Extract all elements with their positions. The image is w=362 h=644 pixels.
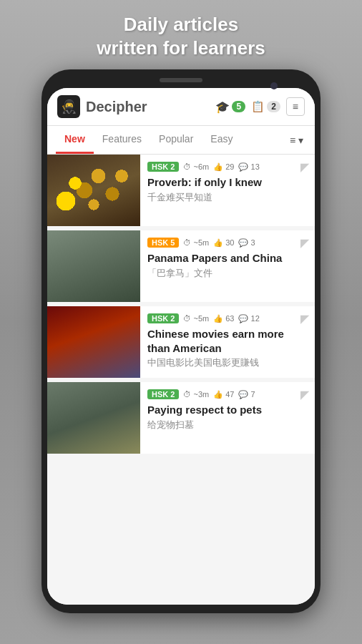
- time-badge-3: ⏱ ~5m: [183, 314, 209, 323]
- phone-frame: 🥷 Decipher 🎓 5 📋 2 ≡ New Features Popula…: [41, 69, 321, 613]
- article-title-3: Chinese movies earn more than American: [147, 327, 306, 355]
- book-badge[interactable]: 📋 2: [251, 100, 280, 113]
- bookmark-icon-2[interactable]: ◤: [300, 236, 309, 250]
- article-thumb-4: [47, 382, 140, 454]
- tab-new[interactable]: New: [56, 126, 94, 154]
- bookmark-icon-3[interactable]: ◤: [300, 312, 309, 326]
- header-badges: 🎓 5 📋 2 ≡: [215, 97, 305, 116]
- article-card-2[interactable]: ◤ HSK 5 ⏱ ~5m 👍 30 💬 3 Panama Papers and…: [47, 230, 315, 302]
- sort-button[interactable]: ≡ ▾: [287, 129, 306, 152]
- article-card-4[interactable]: ◤ HSK 2 ⏱ ~3m 👍 47 💬 7 Paying respect to…: [47, 382, 315, 454]
- app-logo-text: Decipher: [86, 99, 210, 115]
- article-subtitle-1: 千金难买早知道: [147, 192, 306, 204]
- articles-list: ◤ HSK 2 ⏱ ~6m 👍 29 💬 13 Proverb: if only…: [47, 155, 315, 605]
- article-meta-4: HSK 2 ⏱ ~3m 👍 47 💬 7: [147, 389, 306, 399]
- tab-easy[interactable]: Easy: [202, 126, 241, 154]
- hsk-badge-4: HSK 2: [147, 389, 179, 399]
- hsk-badge-3: HSK 2: [147, 313, 179, 323]
- grad-badge[interactable]: 🎓 5: [215, 100, 245, 114]
- article-content-4: ◤ HSK 2 ⏱ ~3m 👍 47 💬 7 Paying respect to…: [140, 382, 315, 454]
- bookmark-icon-4[interactable]: ◤: [300, 388, 309, 401]
- tab-features[interactable]: Features: [94, 126, 150, 154]
- article-content-3: ◤ HSK 2 ⏱ ~5m 👍 63 💬 12 Chinese movies e…: [140, 306, 315, 378]
- article-title-1: Proverb: if only I knew: [147, 175, 306, 190]
- time-badge-2: ⏱ ~5m: [183, 238, 209, 247]
- comment-badge-3: 💬 12: [238, 314, 259, 323]
- hsk-badge-1: HSK 2: [147, 162, 179, 172]
- like-badge-3: 👍 63: [213, 314, 234, 323]
- app-header: 🥷 Decipher 🎓 5 📋 2 ≡: [47, 88, 315, 126]
- book-count: 2: [267, 101, 280, 112]
- article-card-1[interactable]: ◤ HSK 2 ⏱ ~6m 👍 29 💬 13 Proverb: if only…: [47, 155, 315, 226]
- article-title-2: Panama Papers and China: [147, 251, 306, 265]
- comment-badge-2: 💬 3: [238, 238, 255, 248]
- book-icon: 📋: [251, 100, 265, 113]
- comment-badge-4: 💬 7: [238, 390, 255, 399]
- article-meta-3: HSK 2 ⏱ ~5m 👍 63 💬 12: [147, 313, 306, 323]
- article-thumb-1: [47, 155, 140, 226]
- article-thumb-2: [47, 230, 140, 302]
- article-meta-2: HSK 5 ⏱ ~5m 👍 30 💬 3: [147, 238, 306, 248]
- like-badge-4: 👍 47: [213, 390, 234, 399]
- grad-count: 5: [232, 101, 245, 112]
- phone-speaker: [160, 78, 202, 82]
- menu-button[interactable]: ≡: [286, 97, 305, 116]
- article-thumb-3: [47, 306, 140, 378]
- phone-camera: [270, 82, 278, 89]
- article-content-1: ◤ HSK 2 ⏱ ~6m 👍 29 💬 13 Proverb: if only…: [140, 155, 315, 226]
- article-card-3[interactable]: ◤ HSK 2 ⏱ ~5m 👍 63 💬 12 Chinese movies e…: [47, 306, 315, 378]
- article-meta-1: HSK 2 ⏱ ~6m 👍 29 💬 13: [147, 162, 306, 172]
- phone-screen: 🥷 Decipher 🎓 5 📋 2 ≡ New Features Popula…: [47, 88, 315, 605]
- tab-popular[interactable]: Popular: [150, 126, 202, 154]
- article-subtitle-3: 中国电影比美国电影更賺钱: [147, 357, 306, 369]
- like-badge-2: 👍 30: [213, 238, 234, 248]
- hsk-badge-2: HSK 5: [147, 238, 179, 248]
- bookmark-icon-1[interactable]: ◤: [300, 160, 309, 174]
- article-title-4: Paying respect to pets: [147, 403, 306, 417]
- app-logo-icon: 🥷: [57, 95, 80, 118]
- grad-icon: 🎓: [215, 100, 230, 114]
- time-badge-1: ⏱ ~6m: [183, 162, 209, 171]
- hero-text: Daily articles written for learners: [75, 0, 287, 69]
- like-badge-1: 👍 29: [213, 162, 234, 172]
- time-badge-4: ⏱ ~3m: [183, 390, 209, 399]
- article-subtitle-2: 「巴拿马」文件: [147, 268, 306, 280]
- tabs-bar: New Features Popular Easy ≡ ▾: [47, 126, 315, 155]
- article-subtitle-4: 给宠物扫墓: [147, 419, 306, 431]
- article-content-2: ◤ HSK 5 ⏱ ~5m 👍 30 💬 3 Panama Papers and…: [140, 230, 315, 302]
- comment-badge-1: 💬 13: [238, 162, 259, 172]
